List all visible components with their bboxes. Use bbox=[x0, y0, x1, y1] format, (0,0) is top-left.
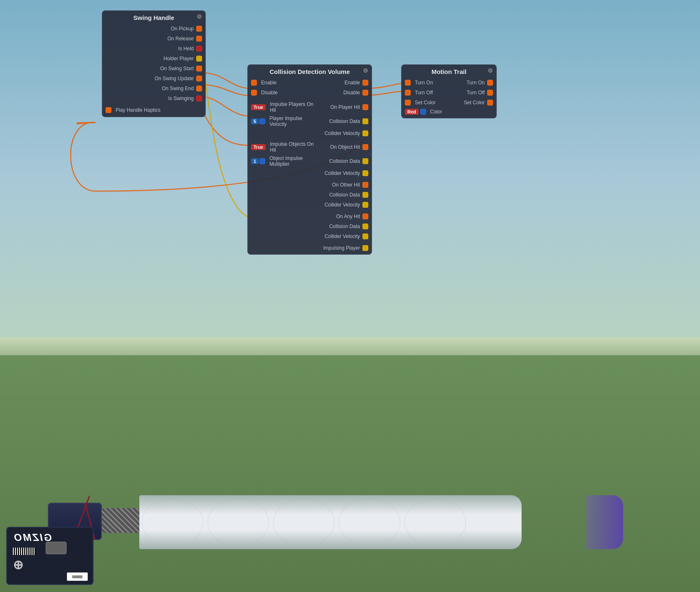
swing-handle-is-held: Is Held bbox=[102, 44, 205, 54]
swing-handle-is-swinging: Is Swinging bbox=[102, 93, 205, 103]
on-other-hit-port[interactable] bbox=[362, 182, 368, 188]
collider-velocity-1-port[interactable] bbox=[362, 130, 368, 136]
other-collider-velocity-port[interactable] bbox=[362, 202, 368, 208]
object-impulse-badge[interactable]: 1 bbox=[251, 158, 259, 164]
on-any-hit-port[interactable] bbox=[362, 214, 368, 219]
impulsing-player-port[interactable] bbox=[362, 245, 368, 251]
motion-turn-off-row: Turn Off Turn Off bbox=[402, 88, 496, 98]
impulse-objects-badge[interactable]: True bbox=[251, 144, 266, 150]
swing-handle-on-swing-end: On Swing End bbox=[102, 84, 205, 93]
player-impulse-badge[interactable]: 5 bbox=[251, 118, 259, 124]
collider-velocity-1-row: Collider Velocity bbox=[248, 128, 372, 138]
disable-out-port[interactable] bbox=[362, 90, 368, 96]
collision-detection-title: Collision Detection Volume ⚙ bbox=[248, 65, 372, 78]
enable-out-port[interactable] bbox=[362, 80, 368, 86]
holder-player-port[interactable] bbox=[196, 56, 202, 61]
set-color-in-port[interactable] bbox=[405, 100, 411, 106]
player-impulse-port[interactable] bbox=[259, 118, 265, 124]
color-port[interactable] bbox=[420, 109, 426, 115]
collision-enable-row: Enable Enable bbox=[248, 78, 372, 88]
gizmo-sticker: ||||||||||| bbox=[67, 572, 88, 581]
on-swing-update-port[interactable] bbox=[196, 76, 202, 81]
object-impulse-port[interactable] bbox=[259, 158, 265, 164]
motion-trail-node: Motion Trail ⚙ Turn On Turn On Turn Off … bbox=[401, 64, 497, 118]
motion-turn-on-row: Turn On Turn On bbox=[402, 78, 496, 88]
color-badge[interactable]: Red bbox=[405, 109, 419, 115]
impulse-objects-row: True Impulse Objects On Hit On Object Hi… bbox=[248, 140, 372, 154]
handle-connector bbox=[46, 542, 67, 554]
other-collider-velocity-row: Collider Velocity bbox=[248, 200, 372, 210]
gizmo-icon: ⊕ bbox=[7, 558, 93, 572]
any-collision-data-row: Collision Data bbox=[248, 221, 372, 231]
swing-handle-on-release: On Release bbox=[102, 34, 205, 44]
motion-trail-gear[interactable]: ⚙ bbox=[488, 67, 493, 74]
impulse-players-row: True Impulse Players On Hit On Player Hi… bbox=[248, 100, 372, 114]
other-collision-data-row: Collision Data bbox=[248, 190, 372, 200]
turn-on-in-port[interactable] bbox=[405, 80, 411, 86]
blade-tip bbox=[586, 495, 623, 549]
on-release-port[interactable] bbox=[196, 36, 202, 42]
collision-data-1-port[interactable] bbox=[362, 118, 368, 124]
gizmo-barcode bbox=[13, 548, 36, 555]
on-object-hit-port[interactable] bbox=[362, 144, 368, 150]
collision-gear[interactable]: ⚙ bbox=[363, 67, 368, 74]
collision-detection-node: Collision Detection Volume ⚙ Enable Enab… bbox=[247, 64, 372, 255]
3d-scene: GIZMO ⊕ ||||||||||| bbox=[0, 355, 700, 592]
swing-handle-play-haptics: Play Handle Haptics bbox=[102, 105, 205, 115]
on-swing-start-port[interactable] bbox=[196, 66, 202, 71]
collider-velocity-2-row: Collider Velocity bbox=[248, 168, 372, 178]
sword-grip bbox=[102, 508, 139, 533]
on-swing-end-port[interactable] bbox=[196, 86, 202, 91]
turn-off-in-port[interactable] bbox=[405, 90, 411, 96]
swing-handle-on-swing-start: On Swing Start bbox=[102, 64, 205, 74]
sword-blade bbox=[139, 495, 522, 549]
player-impulse-row: 5 Player Impulse Velocity Collision Data bbox=[248, 114, 372, 128]
any-collider-velocity-port[interactable] bbox=[362, 233, 368, 239]
set-color-out-port[interactable] bbox=[487, 100, 493, 106]
impulse-players-badge[interactable]: True bbox=[251, 104, 266, 110]
collider-velocity-2-port[interactable] bbox=[362, 170, 368, 176]
enable-in-port[interactable] bbox=[251, 80, 257, 86]
impulsing-player-row: Impulsing Player bbox=[248, 244, 372, 254]
collision-data-2-port[interactable] bbox=[362, 158, 368, 164]
object-impulse-row: 1 Object Impulse Multiplier Collision Da… bbox=[248, 154, 372, 168]
is-held-port[interactable] bbox=[196, 46, 202, 52]
on-other-hit-row: On Other Hit bbox=[248, 180, 372, 190]
gizmo-box: GIZMO ⊕ ||||||||||| bbox=[6, 527, 94, 585]
swing-handle-on-swing-update: On Swing Update bbox=[102, 74, 205, 84]
any-collision-data-port[interactable] bbox=[362, 224, 368, 229]
any-collider-velocity-row: Collider Velocity bbox=[248, 231, 372, 241]
play-haptics-port-left[interactable] bbox=[106, 107, 111, 113]
on-any-hit-row: On Any Hit bbox=[248, 211, 372, 221]
turn-off-out-port[interactable] bbox=[487, 90, 493, 96]
motion-trail-title: Motion Trail ⚙ bbox=[402, 65, 496, 78]
on-player-hit-port[interactable] bbox=[362, 104, 368, 110]
other-collision-data-port[interactable] bbox=[362, 192, 368, 198]
swing-handle-title: Swing Handle ⚙ bbox=[102, 11, 205, 24]
swing-handle-holder-player: Holder Player bbox=[102, 54, 205, 64]
swing-handle-on-pickup: On Pickup bbox=[102, 24, 205, 34]
swing-handle-gear[interactable]: ⚙ bbox=[197, 13, 202, 20]
motion-color-row: Red Color bbox=[402, 108, 496, 118]
collision-disable-row: Disable Disable bbox=[248, 88, 372, 98]
is-swinging-port[interactable] bbox=[196, 96, 202, 101]
on-pickup-port[interactable] bbox=[196, 26, 202, 32]
turn-on-out-port[interactable] bbox=[487, 80, 493, 86]
disable-in-port[interactable] bbox=[251, 90, 257, 96]
swing-handle-node: Swing Handle ⚙ On Pickup On Release Is H… bbox=[102, 10, 206, 117]
motion-set-color-row: Set Color Set Color bbox=[402, 98, 496, 108]
